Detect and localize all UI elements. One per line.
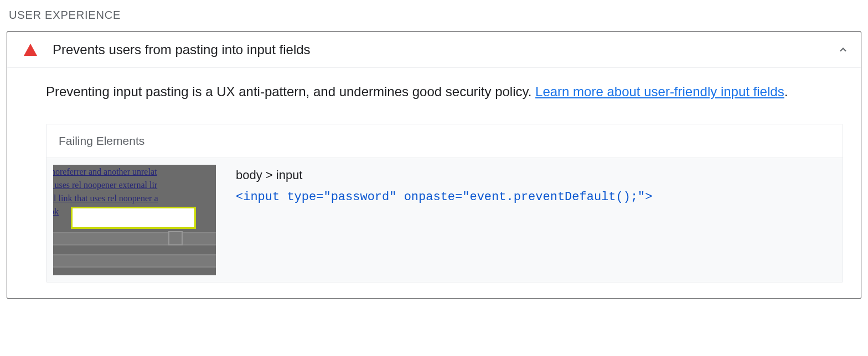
element-thumbnail: noreferrer and another unrelat t uses re…	[53, 165, 216, 275]
thumb-text: al link that uses rel noopener a	[53, 193, 158, 203]
thumb-text: noreferrer and another unrelat	[53, 167, 157, 177]
description-period: .	[784, 84, 788, 99]
thumb-highlight-box	[71, 207, 196, 229]
audit-card: Prevents users from pasting into input f…	[7, 32, 861, 299]
failing-elements-header: Failing Elements	[46, 124, 843, 158]
thumb-text: t uses rel noopener external lir	[53, 180, 157, 190]
element-snippet: <input type="password" onpaste="event.pr…	[236, 190, 836, 204]
thumb-row	[53, 254, 216, 268]
element-selector: body > input	[236, 168, 836, 182]
section-header: USER EXPERIENCE	[7, 9, 861, 22]
failing-elements-box: Failing Elements noreferrer and another …	[46, 124, 843, 282]
audit-summary-row[interactable]: Prevents users from pasting into input f…	[7, 32, 861, 68]
element-info: body > input <input type="password" onpa…	[236, 165, 836, 275]
thumb-text: ok	[53, 207, 59, 217]
chevron-up-icon	[838, 44, 849, 55]
thumb-row	[53, 232, 216, 245]
audit-title: Prevents users from pasting into input f…	[53, 42, 838, 57]
warning-triangle-icon	[24, 44, 37, 56]
description-text: Preventing input pasting is a UX anti-pa…	[46, 84, 535, 99]
audit-description: Preventing input pasting is a UX anti-pa…	[46, 81, 843, 102]
learn-more-link[interactable]: Learn more about user-friendly input fie…	[535, 84, 784, 99]
failing-element-row: noreferrer and another unrelat t uses re…	[46, 158, 843, 282]
audit-body: Preventing input pasting is a UX anti-pa…	[7, 68, 861, 298]
thumb-image-icon	[168, 231, 183, 245]
